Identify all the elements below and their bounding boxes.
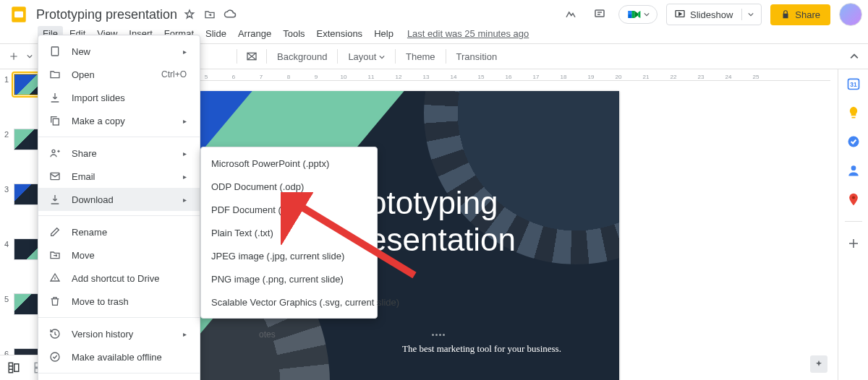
slides-logo[interactable]	[6, 1, 32, 27]
svg-rect-10	[851, 117, 855, 118]
chevron-right-icon: ▸	[183, 330, 187, 338]
menu-new[interactable]: New▸	[38, 40, 200, 63]
share-label: Share	[795, 9, 820, 20]
slide-subtitle[interactable]: The best marketing tool for your busines…	[402, 343, 561, 355]
new-slide-dropdown[interactable]	[25, 47, 35, 66]
menu-rename[interactable]: Rename	[38, 220, 200, 243]
svg-rect-2	[595, 10, 604, 17]
svg-point-13	[851, 196, 854, 199]
account-avatar[interactable]	[839, 3, 862, 26]
document-icon	[48, 45, 61, 58]
menu-slide[interactable]: Slide	[200, 26, 231, 41]
menu-move[interactable]: Move	[38, 243, 200, 267]
star-icon[interactable]	[183, 8, 196, 21]
download-txt[interactable]: Plain Text (.txt)	[201, 221, 377, 244]
thumb-number: 2	[0, 129, 10, 159]
download-png[interactable]: PNG image (.png, current slide)	[201, 267, 377, 290]
menu-email[interactable]: Email▸	[38, 165, 200, 188]
svg-rect-20	[51, 47, 58, 56]
chevron-down-icon	[748, 12, 754, 17]
chevron-right-icon: ▸	[183, 173, 187, 181]
calendar-icon[interactable]: 31	[846, 77, 861, 91]
move-folder-icon[interactable]	[203, 8, 216, 21]
slideshow-button[interactable]: Slideshow	[666, 4, 762, 25]
meet-button[interactable]	[618, 5, 658, 24]
share-button[interactable]: Share	[770, 4, 830, 25]
menu-open[interactable]: OpenCtrl+O	[38, 63, 200, 86]
tasks-icon[interactable]	[846, 134, 861, 149]
cloud-status-icon[interactable]	[224, 8, 237, 21]
fit-zoom-button[interactable]	[242, 47, 262, 66]
keep-icon[interactable]	[846, 105, 861, 120]
email-icon	[48, 170, 61, 183]
menu-tools[interactable]: Tools	[278, 26, 310, 41]
download-icon	[48, 193, 61, 206]
maps-icon[interactable]	[846, 192, 861, 207]
tool-transition[interactable]: Transition	[451, 51, 503, 62]
filmstrip-view-icon[interactable]	[4, 358, 23, 377]
rename-icon	[48, 225, 61, 238]
tool-theme[interactable]: Theme	[400, 51, 441, 62]
collapse-toolbar-button[interactable]	[845, 47, 864, 66]
share-icon	[48, 147, 61, 160]
download-pdf[interactable]: PDF Document (.pdf)	[201, 198, 377, 221]
file-menu-dropdown: New▸ OpenCtrl+O Import slides Make a cop…	[38, 35, 200, 380]
svg-rect-3	[629, 11, 632, 14]
explore-button[interactable]	[810, 355, 827, 373]
doc-title[interactable]: Prototyping presentation	[36, 7, 177, 22]
svg-point-12	[851, 165, 856, 170]
menu-arrange[interactable]: Arrange	[233, 26, 276, 41]
menu-version-history[interactable]: Version history▸	[38, 322, 200, 345]
svg-rect-21	[53, 118, 59, 125]
svg-rect-1	[14, 12, 23, 18]
chevron-right-icon: ▸	[183, 150, 187, 157]
menu-download[interactable]: Download▸	[38, 188, 200, 211]
menu-help[interactable]: Help	[369, 26, 399, 41]
slideshow-label: Slideshow	[690, 9, 733, 20]
menu-extensions[interactable]: Extensions	[312, 26, 368, 41]
import-icon	[48, 91, 61, 104]
chevron-down-icon	[644, 12, 650, 17]
thumb-number: 1	[0, 74, 10, 104]
drive-shortcut-icon	[48, 272, 61, 285]
svg-point-24	[51, 353, 59, 361]
last-edit-link[interactable]: Last edit was 25 minutes ago	[407, 28, 529, 39]
menu-trash[interactable]: Move to trash	[38, 290, 200, 313]
svg-rect-15	[14, 364, 19, 372]
comments-icon[interactable]	[590, 4, 610, 25]
add-addon-icon[interactable]	[846, 236, 861, 251]
menu-offline[interactable]: Make available offline	[38, 345, 200, 368]
download-svg[interactable]: Scalable Vector Graphics (.svg, current …	[201, 290, 377, 314]
download-pptx[interactable]: Microsoft PowerPoint (.pptx)	[201, 152, 377, 175]
svg-rect-14	[9, 363, 12, 373]
chevron-right-icon: ▸	[183, 117, 187, 125]
menu-add-shortcut[interactable]: Add shortcut to Drive	[38, 267, 200, 290]
download-jpg[interactable]: JPEG image (.jpg, current slide)	[201, 244, 377, 267]
thumb-number: 4	[0, 238, 10, 269]
menu-import-slides[interactable]: Import slides	[38, 86, 200, 109]
speaker-notes-label[interactable]: otes	[259, 329, 276, 340]
contacts-icon[interactable]	[846, 163, 861, 178]
notes-drag-handle[interactable]	[432, 334, 454, 337]
side-panel: 31	[838, 69, 868, 380]
tool-layout[interactable]: Layout	[342, 51, 391, 62]
new-slide-button[interactable]	[4, 47, 23, 66]
activity-icon[interactable]	[561, 4, 581, 25]
svg-marker-5	[638, 11, 640, 18]
offline-icon	[48, 350, 61, 363]
download-submenu: Microsoft PowerPoint (.pptx) ODP Documen…	[200, 147, 378, 319]
tool-background[interactable]: Background	[271, 51, 333, 62]
move-icon	[48, 249, 61, 262]
chevron-right-icon: ▸	[183, 48, 187, 56]
download-odp[interactable]: ODP Document (.odp)	[201, 175, 377, 198]
menu-share[interactable]: Share▸	[38, 142, 200, 165]
thumb-number: 3	[0, 183, 10, 214]
svg-point-22	[52, 150, 55, 152]
menu-make-copy[interactable]: Make a copy▸	[38, 109, 200, 132]
chevron-right-icon: ▸	[183, 196, 187, 204]
lock-icon	[780, 9, 791, 20]
svg-rect-4	[629, 14, 632, 18]
copy-icon	[48, 114, 61, 127]
thumbnail-numbers: 1 2 3 4 5 6	[0, 69, 10, 380]
folder-icon	[48, 68, 61, 81]
